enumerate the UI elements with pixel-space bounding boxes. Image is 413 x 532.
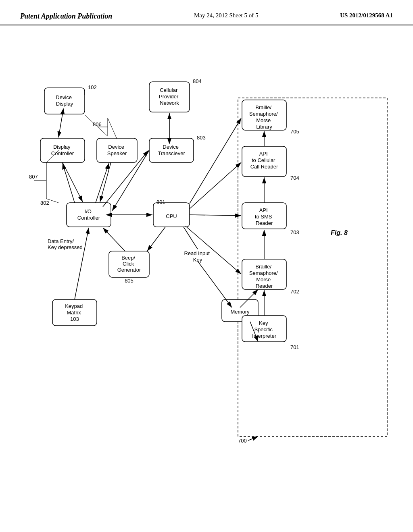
page-header: Patent Application Publication May 24, 2…: [0, 0, 413, 25]
ref-805: 805: [125, 278, 133, 284]
arrow-display-controller: [58, 114, 63, 137]
diagram-area: Device Display 102 Cellular Provider Net…: [0, 25, 413, 517]
device-speaker-label: Device Speaker: [107, 144, 127, 156]
ref-802: 802: [40, 200, 49, 206]
sheet-info: May 24, 2012 Sheet 5 of 5: [194, 12, 259, 19]
data-entry-label: Data Entry/ Key depressed: [48, 238, 83, 250]
read-input-key-label: Read Input Key: [184, 250, 211, 263]
arrow-cpu-beep: [147, 227, 165, 251]
arrow-readkey-memory: [198, 261, 232, 308]
arrow-io-speaker: [96, 163, 109, 203]
arrow-cpu-apicellular: [190, 162, 241, 209]
ref-704: 704: [290, 175, 299, 181]
arrow-keypad-io: [75, 228, 89, 299]
ref-806-top: [108, 118, 117, 139]
figure-label: Fig. 8: [331, 229, 348, 236]
ref-803: 803: [197, 135, 206, 141]
cellular-provider-label: Cellular Provider Network: [159, 87, 180, 106]
ref-705: 705: [290, 129, 299, 135]
arrow-speaker-io: [100, 162, 111, 202]
ref-102: 102: [88, 84, 97, 90]
publication-title: Patent Application Publication: [20, 12, 112, 21]
patent-number: US 2012/0129568 A1: [340, 12, 393, 19]
arrow-ref-700: [248, 436, 258, 441]
ref-700: 700: [238, 438, 247, 444]
ref-801: 801: [156, 199, 165, 205]
ref-807: 807: [29, 174, 38, 180]
device-display-label: Device Display: [56, 94, 73, 107]
cpu-label: CPU: [166, 213, 177, 219]
ref-702: 702: [290, 289, 299, 295]
arrow-cpu-library: [190, 118, 241, 204]
ref-806-bot: [85, 115, 108, 136]
ref-804: 804: [193, 78, 202, 84]
display-controller-label: Display Controller: [51, 144, 74, 156]
ref-701: 701: [290, 344, 299, 350]
ref-703: 703: [290, 229, 299, 235]
arrow-beep-io: [103, 228, 125, 251]
arrow-cpu-apisms: [190, 215, 241, 216]
memory-label: Memory: [231, 309, 250, 315]
